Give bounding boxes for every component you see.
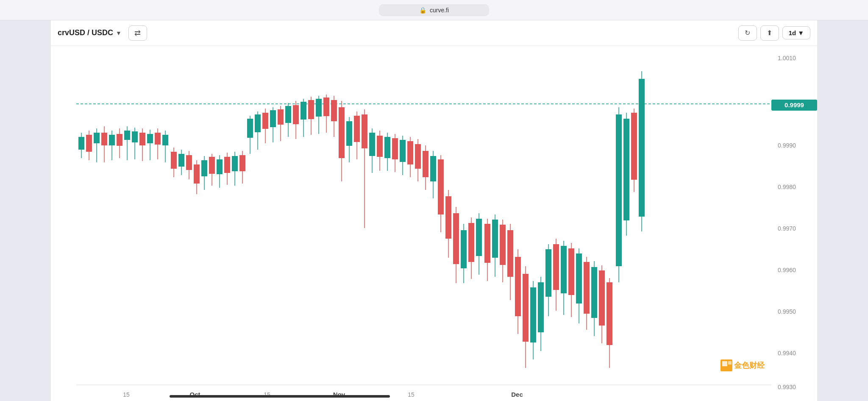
svg-rect-146 (631, 113, 637, 180)
timeframe-label: 1d (789, 29, 796, 36)
svg-rect-114 (507, 230, 513, 277)
svg-rect-64 (316, 99, 322, 117)
svg-rect-6 (94, 133, 100, 143)
main-content: crvUSD / USDC ▼ ⇄ ↻ ⬆ 1d ▼ (0, 20, 868, 401)
chart-canvas: 1.0010 0.9999 0.9990 0.9980 0.9970 0.996… (51, 46, 817, 401)
svg-rect-72 (346, 121, 352, 146)
svg-rect-34 (201, 160, 207, 176)
scrollbar-handle[interactable] (170, 395, 390, 398)
svg-rect-90 (415, 144, 421, 169)
price-label-4: 0.9980 (778, 184, 796, 190)
url-bar[interactable]: 🔒 curve.fi (379, 4, 489, 16)
svg-rect-40 (224, 157, 230, 173)
svg-rect-52 (270, 110, 276, 127)
svg-rect-4 (86, 135, 92, 152)
svg-rect-38 (217, 159, 223, 174)
svg-rect-20 (147, 134, 153, 143)
svg-rect-8 (101, 133, 107, 145)
svg-rect-96 (438, 159, 444, 214)
refresh-button[interactable]: ↻ (738, 25, 757, 41)
svg-rect-116 (515, 257, 521, 316)
svg-rect-100 (453, 213, 459, 264)
toolbar-right: ↻ ⬆ 1d ▼ (738, 25, 810, 41)
pair-selector[interactable]: crvUSD / USDC ▼ (58, 28, 122, 37)
svg-rect-148 (639, 79, 645, 217)
svg-rect-44 (239, 155, 245, 171)
svg-rect-2 (78, 137, 84, 150)
price-label-8: 0.9940 (778, 350, 796, 356)
timeframe-arrow: ▼ (798, 29, 804, 36)
chart-svg: 1.0010 0.9999 0.9990 0.9980 0.9970 0.996… (51, 46, 817, 401)
price-label-9: 0.9930 (778, 384, 796, 390)
toolbar: crvUSD / USDC ▼ ⇄ ↻ ⬆ 1d ▼ (51, 20, 817, 46)
svg-rect-16 (132, 131, 138, 142)
svg-rect-151 (722, 361, 727, 366)
svg-rect-112 (500, 225, 506, 265)
svg-rect-28 (178, 154, 184, 167)
svg-rect-78 (369, 133, 375, 156)
svg-rect-102 (461, 230, 467, 268)
svg-rect-140 (606, 282, 612, 345)
svg-rect-106 (476, 219, 482, 256)
swap-icon: ⇄ (134, 28, 141, 38)
svg-rect-74 (354, 116, 360, 142)
svg-rect-66 (323, 97, 329, 116)
svg-rect-144 (623, 119, 629, 220)
sidebar-right (817, 20, 868, 401)
cursor-button[interactable]: ⬆ (760, 25, 779, 41)
svg-rect-118 (523, 274, 529, 342)
svg-rect-46 (247, 119, 253, 138)
svg-rect-84 (392, 138, 398, 159)
swap-button[interactable]: ⇄ (128, 25, 147, 41)
svg-rect-68 (331, 100, 337, 121)
svg-rect-132 (576, 253, 582, 304)
price-label-6: 0.9960 (778, 267, 796, 273)
x-label-sep15: 15 (123, 391, 130, 398)
svg-rect-108 (484, 224, 490, 263)
svg-rect-130 (568, 248, 574, 295)
svg-rect-36 (209, 157, 215, 174)
pair-dropdown-arrow: ▼ (116, 30, 122, 36)
refresh-icon: ↻ (745, 29, 750, 37)
pair-label: crvUSD / USDC (58, 28, 113, 37)
svg-rect-110 (492, 220, 498, 258)
svg-rect-142 (616, 114, 622, 266)
browser-bar: 🔒 curve.fi (0, 0, 868, 20)
svg-rect-94 (430, 156, 436, 181)
svg-rect-98 (445, 196, 451, 239)
lock-icon: 🔒 (419, 7, 426, 14)
svg-rect-58 (293, 105, 299, 124)
svg-rect-70 (339, 107, 345, 158)
svg-rect-80 (377, 136, 383, 157)
svg-rect-30 (186, 155, 192, 170)
watermark: 金色财经 (721, 359, 765, 371)
price-label-3: 0.9990 (778, 142, 796, 149)
timeframe-button[interactable]: 1d ▼ (782, 26, 810, 39)
svg-rect-136 (591, 267, 597, 318)
url-text: curve.fi (430, 7, 449, 14)
svg-rect-48 (255, 114, 261, 132)
svg-rect-128 (561, 246, 567, 293)
svg-rect-26 (171, 152, 177, 169)
price-label-1: 1.0010 (778, 55, 796, 61)
svg-rect-134 (584, 262, 590, 314)
svg-rect-86 (400, 140, 406, 162)
svg-rect-104 (468, 223, 474, 262)
cursor-icon: ⬆ (767, 29, 772, 37)
chart-area: crvUSD / USDC ▼ ⇄ ↻ ⬆ 1d ▼ (51, 20, 817, 401)
svg-rect-10 (109, 135, 115, 145)
svg-rect-126 (553, 244, 559, 290)
svg-rect-0 (51, 46, 817, 401)
svg-rect-82 (384, 137, 390, 158)
browser-chrome: 🔒 curve.fi (0, 0, 868, 20)
svg-rect-56 (285, 106, 291, 123)
svg-rect-62 (308, 100, 314, 119)
svg-text:金色财经: 金色财经 (734, 361, 765, 370)
svg-rect-138 (599, 270, 605, 326)
x-label-dec: Dec (511, 391, 523, 398)
svg-rect-42 (232, 156, 238, 171)
svg-rect-124 (545, 249, 551, 297)
svg-rect-122 (538, 282, 544, 332)
x-label-nov15: 15 (408, 391, 415, 398)
svg-rect-24 (162, 135, 168, 145)
